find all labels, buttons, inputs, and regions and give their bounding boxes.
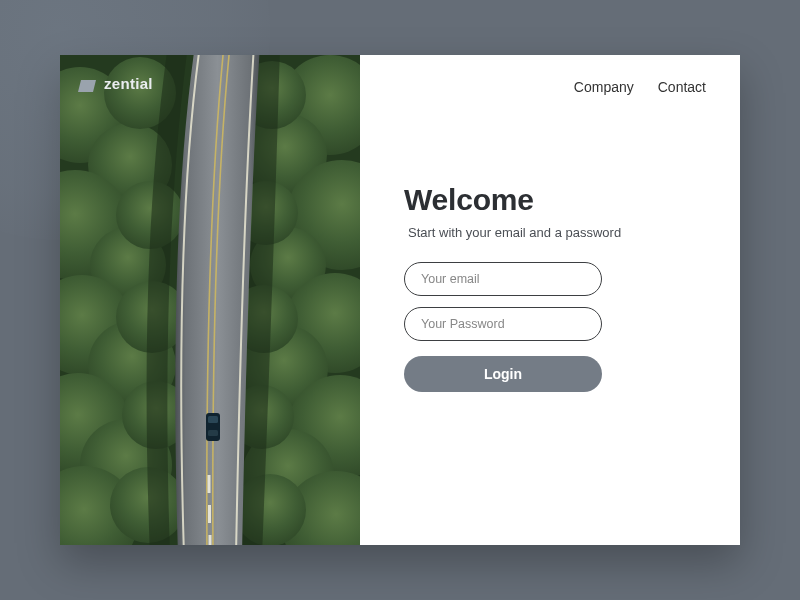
login-card: zential Company Contact Welcome Start wi… [60, 55, 740, 545]
brand: zential [78, 75, 153, 92]
top-nav: Company Contact [404, 79, 706, 95]
password-input[interactable] [404, 307, 602, 341]
page-subtitle: Start with your email and a password [408, 225, 706, 240]
brand-logo-icon [78, 78, 96, 90]
nav-company[interactable]: Company [574, 79, 634, 95]
login-button[interactable]: Login [404, 356, 602, 392]
brand-name: zential [104, 75, 153, 92]
email-input[interactable] [404, 262, 602, 296]
page-title: Welcome [404, 183, 706, 217]
login-form: Welcome Start with your email and a pass… [404, 183, 706, 392]
nav-contact[interactable]: Contact [658, 79, 706, 95]
right-panel: Company Contact Welcome Start with your … [360, 55, 740, 545]
svg-marker-35 [78, 80, 96, 92]
svg-rect-34 [208, 430, 218, 436]
svg-rect-33 [208, 416, 218, 423]
forest-road-image [60, 55, 360, 545]
hero-image-panel: zential [60, 55, 360, 545]
